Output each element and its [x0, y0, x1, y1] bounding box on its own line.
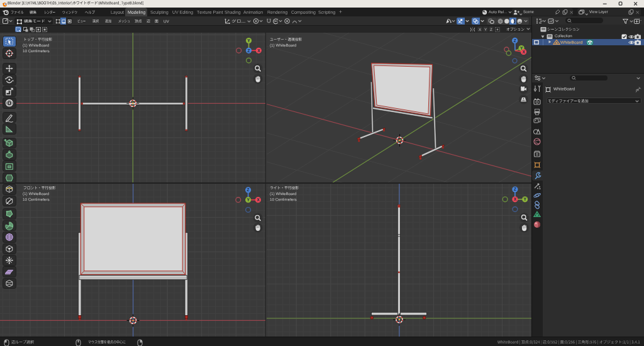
svg-text:Y: Y: [247, 198, 250, 202]
svg-text:Z: Z: [513, 38, 516, 43]
svg-text:X: X: [522, 50, 525, 54]
svg-text:Z: Z: [247, 187, 250, 192]
svg-text:X: X: [257, 198, 260, 202]
svg-text:X: X: [513, 197, 516, 201]
svg-text:Y: Y: [523, 197, 526, 201]
svg-text:X: X: [257, 48, 260, 53]
svg-text:Z: Z: [248, 48, 250, 53]
svg-text:Y: Y: [247, 38, 250, 43]
svg-text:Z: Z: [513, 187, 516, 191]
